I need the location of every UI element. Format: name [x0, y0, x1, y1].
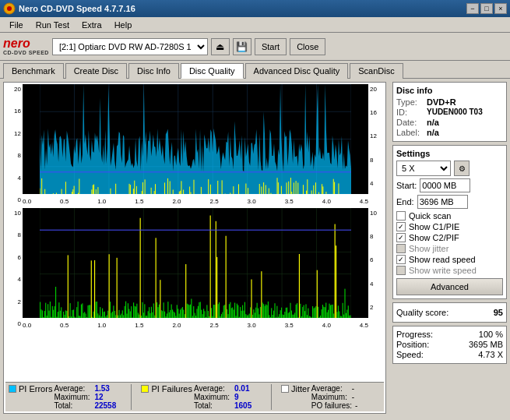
settings-title: Settings — [396, 149, 503, 158]
minimize-button[interactable]: − — [466, 3, 479, 14]
show-read-speed-label: Show read speed — [409, 255, 476, 264]
close-button[interactable]: × — [494, 3, 507, 14]
show-c2pif-label: Show C2/PIF — [409, 233, 459, 242]
date-value: n/a — [427, 118, 439, 127]
pif-total-label: Total: — [194, 401, 231, 410]
start-mb-label: Start: — [396, 181, 417, 190]
quality-score-value: 95 — [494, 308, 503, 317]
bottom-chart — [23, 208, 368, 318]
start-button[interactable]: Start — [255, 38, 287, 55]
pif-max-value: 9 — [234, 393, 262, 401]
top-chart — [23, 84, 368, 194]
pi-failures-label: PI Failures — [151, 384, 192, 394]
tab-disc-quality[interactable]: Disc Quality — [181, 63, 244, 79]
pif-total-value: 1605 — [234, 401, 262, 410]
pif-avg-value: 0.01 — [234, 384, 262, 393]
app-logo: nero CD-DVD SPEED — [3, 37, 49, 55]
menu-file[interactable]: File — [3, 19, 30, 31]
speed-select[interactable]: 5 X — [396, 161, 451, 176]
tab-disc-info[interactable]: Disc Info — [128, 63, 179, 79]
jitter-max-label: Maximum: — [311, 393, 349, 401]
close-disc-button[interactable]: Close — [290, 38, 325, 55]
maximize-button[interactable]: □ — [480, 3, 493, 14]
chart-area: 201612840 20161284 0.00.51.01.52.02.53.0… — [3, 82, 386, 414]
show-read-speed-checkbox[interactable] — [396, 255, 406, 264]
tab-create-disc[interactable]: Create Disc — [65, 63, 127, 79]
show-write-speed-checkbox — [396, 266, 406, 275]
menu-help[interactable]: Help — [108, 19, 139, 31]
progress-value: 100 % — [479, 330, 503, 339]
jitter-avg-label: Average: — [311, 384, 349, 393]
disc-info-section: Disc info Type: DVD+R ID: YUDEN000 T03 D… — [392, 82, 507, 142]
settings-gear-button[interactable]: ⚙ — [454, 161, 470, 176]
stats-bar: PI Errors Average: 1.53 Maximum: 12 Tota… — [5, 382, 384, 411]
type-label: Type: — [396, 97, 424, 107]
pi-max-value: 12 — [94, 393, 121, 401]
pi-total-label: Total: — [54, 401, 91, 410]
end-mb-input[interactable] — [417, 195, 468, 209]
jitter-po-label: PO failures: — [311, 401, 352, 410]
tab-advanced-disc-quality[interactable]: Advanced Disc Quality — [245, 63, 349, 79]
main-content: 201612840 20161284 0.00.51.01.52.02.53.0… — [0, 78, 510, 417]
bottom-x-labels: 0.00.51.01.52.02.53.03.54.04.5 — [23, 322, 368, 329]
start-mb-input[interactable] — [420, 178, 470, 192]
app-icon — [3, 2, 16, 15]
end-mb-label: End: — [396, 197, 414, 206]
eject-button[interactable]: ⏏ — [211, 38, 230, 55]
tab-scan-disc[interactable]: ScanDisc — [350, 63, 403, 79]
title-bar-left: Nero CD-DVD Speed 4.7.7.16 — [3, 2, 135, 15]
id-label: ID: — [396, 108, 424, 117]
pi-failures-stat: PI Failures Average: 0.01 Maximum: 9 Tot… — [141, 384, 262, 410]
disc-info-title: Disc info — [396, 86, 503, 95]
pi-failures-color — [141, 385, 149, 393]
toolbar: nero CD-DVD SPEED [2:1] Optiarc DVD RW A… — [0, 33, 510, 61]
quick-scan-checkbox[interactable] — [396, 211, 406, 221]
stat-divider-2 — [271, 384, 272, 410]
top-chart-y-right: 20161284 — [368, 84, 384, 205]
pi-max-label: Maximum: — [54, 393, 91, 401]
pi-avg-value: 1.53 — [94, 384, 121, 393]
jitter-color — [281, 385, 289, 393]
pi-total-value: 22558 — [94, 401, 121, 410]
position-value: 3695 MB — [469, 340, 503, 349]
jitter-po-value: - — [355, 401, 357, 410]
advanced-button[interactable]: Advanced — [396, 278, 503, 295]
id-value: YUDEN000 T03 — [427, 108, 483, 117]
show-c1pie-label: Show C1/PIE — [409, 222, 459, 231]
show-c1pie-checkbox[interactable] — [396, 222, 406, 231]
date-label: Date: — [396, 118, 424, 127]
title-bar: Nero CD-DVD Speed 4.7.7.16 − □ × — [0, 0, 510, 17]
jitter-label: Jitter — [291, 384, 310, 394]
pi-errors-label: PI Errors — [19, 384, 52, 394]
disc-label-label: Label: — [396, 128, 424, 137]
tab-benchmark[interactable]: Benchmark — [3, 63, 64, 79]
save-button[interactable]: 💾 — [233, 38, 251, 55]
pi-errors-stat: PI Errors Average: 1.53 Maximum: 12 Tota… — [9, 384, 121, 410]
pi-errors-color — [9, 385, 16, 393]
jitter-max-value: - — [352, 393, 354, 401]
pif-avg-label: Average: — [194, 384, 231, 393]
pi-avg-label: Average: — [54, 384, 91, 393]
menu-bar: File Run Test Extra Help — [0, 17, 510, 33]
jitter-stat: Jitter Average: - Maximum: - PO failures… — [281, 384, 357, 410]
menu-extra[interactable]: Extra — [76, 19, 108, 31]
window-title: Nero CD-DVD Speed 4.7.7.16 — [19, 4, 135, 13]
disc-label-value: n/a — [427, 128, 439, 137]
top-x-labels: 0.00.51.01.52.02.53.03.54.04.5 — [23, 198, 368, 205]
settings-section: Settings 5 X ⚙ Start: End: Quick scan — [392, 145, 507, 299]
show-jitter-label: Show jitter — [409, 244, 448, 253]
position-label: Position: — [396, 340, 429, 349]
bottom-chart-y-axis: 1086420 — [5, 208, 23, 329]
progress-section: Progress: 100 % Position: 3695 MB Speed:… — [392, 326, 507, 364]
stat-divider-1 — [131, 384, 132, 410]
progress-label: Progress: — [396, 330, 433, 339]
menu-run-test[interactable]: Run Test — [30, 19, 76, 31]
tab-bar: Benchmark Create Disc Disc Info Disc Qua… — [0, 61, 510, 78]
show-write-speed-label: Show write speed — [409, 266, 477, 275]
speed-value: 4.73 X — [478, 350, 503, 359]
show-c2pif-checkbox[interactable] — [396, 233, 406, 242]
quality-score-label: Quality score: — [396, 308, 448, 317]
drive-selector[interactable]: [2:1] Optiarc DVD RW AD-7280S 1.01 — [52, 38, 208, 55]
jitter-avg-value: - — [352, 384, 354, 393]
top-chart-y-axis: 201612840 — [5, 84, 23, 205]
